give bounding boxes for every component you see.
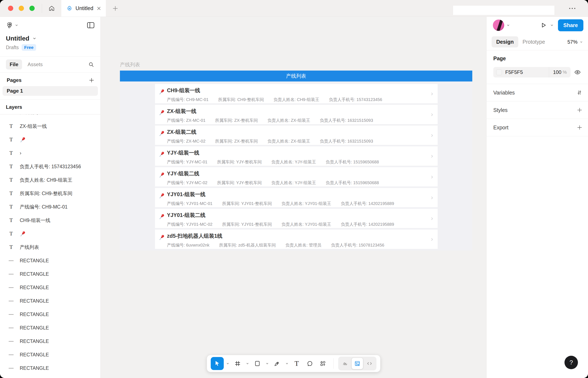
tab-design[interactable]: Design (492, 36, 518, 47)
move-tool-menu[interactable] (225, 357, 230, 370)
layer-row[interactable]: RECTANGLE (0, 308, 100, 321)
layer-row[interactable]: RECTANGLE (0, 294, 100, 308)
fill-hex-value[interactable]: F5F5F5 (505, 69, 549, 75)
layer-row[interactable]: T (0, 133, 100, 146)
minimize-window-button[interactable] (19, 6, 24, 11)
layer-row[interactable]: RECTANGLE (0, 321, 100, 335)
add-export-button[interactable] (577, 124, 583, 130)
present-button[interactable] (540, 22, 547, 29)
close-tab-icon[interactable] (96, 6, 102, 11)
layer-row[interactable]: RECTANGLE (0, 335, 100, 348)
zoom-level-control[interactable]: 57% (567, 39, 583, 45)
production-line-card[interactable]: zd5-扫地机器人组装1线 产线编号: 6uvwnx02nk 所属车间: zd5… (155, 230, 438, 249)
canvas[interactable]: 产线列表 产线列表 CH9-组装一线 产线编号: CH9-MC-01 所属车间:… (101, 17, 486, 378)
visibility-toggle[interactable] (574, 69, 581, 76)
draw-mode-button[interactable] (339, 358, 351, 369)
file-tab-untitled[interactable]: Untitled (61, 0, 106, 17)
comment-tool-button[interactable] (304, 357, 316, 370)
page-item-page-1[interactable]: Page 1 (2, 86, 98, 96)
divider (549, 67, 549, 78)
shape-tool-menu[interactable] (264, 357, 270, 370)
chevron-down-icon[interactable] (550, 23, 554, 27)
production-line-card[interactable]: YJY-组装二线 产线编号: YJY-MC-02 所属车间: YJY-整机车间 … (155, 167, 438, 187)
add-page-button[interactable] (89, 77, 94, 83)
layer-row[interactable]: RECTANGLE (0, 254, 100, 267)
clipped-layer-row[interactable]: T 产线编号: ZX-MC-01 (0, 114, 100, 120)
text-tool-button[interactable]: T (291, 357, 303, 370)
move-tool-button[interactable] (211, 357, 224, 370)
production-line-card[interactable]: YJY-组装一线 产线编号: YJY-MC-01 所属车间: YJY-整机车间 … (155, 146, 438, 166)
layer-row[interactable]: T CH9-组装一线 (0, 214, 100, 227)
row-chevron-icon[interactable]: › (431, 174, 433, 180)
layer-row[interactable]: T 负责人姓名: CH9-组装王 (0, 173, 100, 187)
pen-tool-button[interactable] (271, 357, 283, 370)
tab-file[interactable]: File (6, 59, 22, 69)
avatar[interactable] (493, 20, 504, 31)
add-style-button[interactable] (577, 107, 583, 113)
layer-row[interactable]: T 产线编号: CH9-MC-01 (0, 200, 100, 214)
row-chevron-icon[interactable]: › (431, 194, 433, 201)
opacity-value[interactable]: 100 (553, 69, 561, 75)
home-button[interactable] (42, 0, 61, 17)
design-mode-button[interactable] (351, 358, 363, 369)
row-chevron-icon[interactable]: › (431, 90, 433, 97)
tab-assets[interactable]: Assets (24, 59, 46, 69)
line-title: YJY01-组装二线 (167, 212, 425, 219)
layer-row[interactable]: RECTANGLE (0, 281, 100, 294)
row-chevron-icon[interactable]: › (431, 111, 433, 117)
chevron-down-icon[interactable] (506, 23, 510, 27)
row-chevron-icon[interactable]: › (431, 153, 433, 159)
line-title: zd5-扫地机器人组装1线 (167, 232, 425, 239)
production-line-frame[interactable]: 产线列表 CH9-组装一线 产线编号: CH9-MC-01 所属车间: CH9-… (120, 70, 472, 251)
color-swatch[interactable] (496, 69, 502, 75)
file-name[interactable]: Untitled (6, 35, 29, 42)
shape-tool-button[interactable] (251, 357, 263, 370)
search-button[interactable] (88, 61, 94, 68)
text-layer-icon: T (8, 136, 14, 143)
layer-row[interactable]: T ZX-组装一线 (0, 120, 100, 133)
layer-row[interactable]: RECTANGLE (0, 361, 100, 375)
layer-row[interactable]: T 所属车间: CH9-整机车间 (0, 187, 100, 200)
pin-icon (159, 213, 165, 220)
plan-badge[interactable]: Free (22, 44, 36, 51)
row-chevron-icon[interactable]: › (431, 236, 433, 242)
styles-section[interactable]: Styles (487, 101, 588, 119)
production-line-card[interactable]: YJY01-组装二线 产线编号: YJY01-MC-02 所属车间: YJY01… (155, 209, 438, 228)
row-chevron-icon[interactable]: › (431, 132, 433, 138)
frame-tool-button[interactable] (232, 357, 243, 370)
toggle-sidebar-button[interactable] (87, 22, 94, 28)
layer-row[interactable]: T (0, 227, 100, 241)
pin-icon (159, 151, 165, 157)
production-line-card[interactable]: ZX-组装二线 产线编号: ZX-MC-02 所属车间: ZX-整机车间 负责人… (155, 126, 438, 145)
layer-row[interactable]: RECTANGLE (0, 348, 100, 361)
close-window-button[interactable] (8, 6, 13, 11)
export-section[interactable]: Export (487, 119, 588, 136)
actions-tool-button[interactable] (317, 357, 329, 370)
chevron-down-icon[interactable] (32, 36, 37, 40)
page-fill-control[interactable]: F5F5F5 100 % (493, 67, 571, 78)
open-variables-button[interactable] (576, 89, 583, 96)
line-workshop: 所属车间: CH9-整机车间 (218, 97, 264, 103)
new-tab-button[interactable] (106, 0, 125, 17)
dev-mode-button[interactable] (364, 358, 375, 369)
main-menu-button[interactable] (6, 22, 18, 28)
plus-icon (89, 77, 94, 83)
layer-row[interactable]: T 负责人手机号: 15743123456 (0, 160, 100, 173)
pen-tool-menu[interactable] (284, 357, 290, 370)
more-menu-button[interactable] (563, 0, 582, 17)
layer-row[interactable]: RECTANGLE (0, 267, 100, 281)
frame-name-label[interactable]: 产线列表 (120, 61, 140, 68)
layer-row[interactable]: T 产线列表 (0, 241, 100, 254)
file-location[interactable]: Drafts (6, 45, 19, 50)
tab-prototype[interactable]: Prototype (518, 36, 549, 47)
layer-row[interactable]: T › (0, 146, 100, 160)
production-line-card[interactable]: CH9-组装一线 产线编号: CH9-MC-01 所属车间: CH9-整机车间 … (155, 84, 438, 103)
production-line-card[interactable]: YJY01-组装一线 产线编号: YJY01-MC-01 所属车间: YJY01… (155, 188, 438, 207)
frame-tool-menu[interactable] (245, 357, 250, 370)
production-line-card[interactable]: ZX-组装一线 产线编号: ZX-MC-01 所属车间: ZX-整机车间 负责人… (155, 105, 438, 124)
share-button[interactable]: Share (558, 19, 583, 31)
row-chevron-icon[interactable]: › (431, 215, 433, 221)
variables-section[interactable]: Variables (487, 84, 588, 101)
help-button[interactable]: ? (564, 356, 578, 369)
fullscreen-window-button[interactable] (29, 6, 35, 11)
